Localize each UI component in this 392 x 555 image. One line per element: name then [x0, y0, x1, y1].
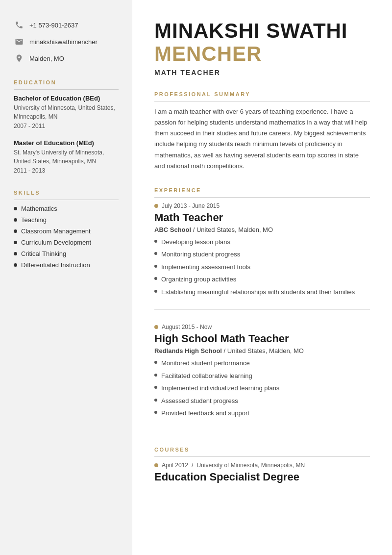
exp-role-2: High School Math Teacher [154, 332, 370, 345]
exp-bullets-2: Monitored student performance Facilitate… [154, 358, 370, 418]
phone-item: +1 573-901-2637 [14, 20, 119, 30]
sidebar: +1 573-901-2637 minakshiswathimencher Ma… [0, 0, 132, 555]
name-last: MENCHER [154, 42, 370, 66]
course-dot-1 [154, 463, 158, 467]
phone-icon [14, 20, 24, 30]
skill-bullet-4 [14, 241, 17, 244]
course-date-line-1: April 2012 / University of Minnesota, Mi… [154, 462, 370, 469]
edu-year-2: 2011 - 2013 [14, 167, 119, 174]
exp-bullet-1-1: Developing lesson plans [154, 237, 370, 247]
summary-section: Professional Summary I am a math teacher… [154, 91, 370, 172]
experience-title: Experience [154, 187, 370, 198]
skill-item-2: Teaching [14, 216, 119, 224]
course-location-1: University of Minnesota, Minneapolis, MN [196, 462, 305, 469]
exp-company-name-1: ABC School [154, 226, 191, 233]
edu-year-1: 2007 - 2011 [14, 123, 119, 129]
skill-bullet-1 [14, 207, 17, 210]
exp-location-2: United States, Malden, MO [227, 347, 304, 354]
job-title: MATH TEACHER [154, 69, 370, 76]
exp-bullet-2-3: Implemented individualized learning plan… [154, 383, 370, 393]
location-text: Malden, MO [29, 55, 64, 62]
exp-company-name-2: Redlands High School [154, 347, 222, 354]
summary-title: Professional Summary [154, 91, 370, 101]
skill-item-4: Curriculum Development [14, 239, 119, 246]
courses-title: Courses [154, 447, 370, 457]
exp-date-dot-2 [154, 325, 158, 329]
skills-title: Skills [14, 190, 119, 200]
location-icon [14, 53, 24, 64]
experience-section: Experience July 2013 - June 2015 Math Te… [154, 187, 370, 431]
exp-bullet-2-1: Monitored student performance [154, 358, 370, 368]
exp-bullet-1-2: Monitoring student progress [154, 250, 370, 259]
exp-bullet-1-3: Implementing assessment tools [154, 262, 370, 272]
skill-bullet-6 [14, 263, 17, 267]
exp-date-2: August 2015 - Now [154, 324, 370, 330]
email-text: minakshiswathimencher [29, 38, 98, 46]
education-section: Education Bachelor of Education (BEd) Un… [14, 79, 119, 174]
email-item: minakshiswathimencher [14, 36, 119, 47]
exp-date-1: July 2013 - June 2015 [154, 202, 370, 209]
edu-degree-1: Bachelor of Education (BEd) [14, 95, 119, 102]
exp-bullet-2-4: Assessed student progress [154, 396, 370, 406]
edu-school-1: University of Minnesota, United States, … [14, 103, 119, 121]
exp-date-dot-1 [154, 204, 158, 208]
edu-item-1: Bachelor of Education (BEd) University o… [14, 95, 119, 129]
name-section: MINAKSHI SWATHI MENCHER MATH TEACHER [154, 20, 370, 76]
exp-item-2: August 2015 - Now High School Math Teach… [154, 324, 370, 431]
skill-bullet-5 [14, 252, 17, 255]
skill-item-5: Critical Thinking [14, 250, 119, 257]
name-first: MINAKSHI SWATHI [154, 20, 370, 42]
exp-item-1: July 2013 - June 2015 Math Teacher ABC S… [154, 202, 370, 310]
edu-degree-2: Master of Education (MEd) [14, 139, 119, 147]
education-title: Education [14, 79, 119, 90]
summary-text: I am a math teacher with over 6 years of… [154, 106, 370, 172]
exp-bullets-1: Developing lesson plans Monitoring stude… [154, 237, 370, 297]
skill-item-3: Classroom Management [14, 227, 119, 235]
phone-text: +1 573-901-2637 [29, 22, 78, 29]
exp-role-1: Math Teacher [154, 211, 370, 224]
skill-item-1: Mathematics [14, 205, 119, 212]
contact-section: +1 573-901-2637 minakshiswathimencher Ma… [14, 20, 119, 64]
skill-bullet-2 [14, 218, 17, 222]
skill-bullet-3 [14, 229, 17, 233]
skills-list: Mathematics Teaching Classroom Managemen… [14, 205, 119, 269]
skill-item-6: Differentiated Instruction [14, 261, 119, 269]
location-item: Malden, MO [14, 53, 119, 64]
course-item-1: April 2012 / University of Minnesota, Mi… [154, 462, 370, 483]
exp-bullet-1-5: Establishing meaningful relationships wi… [154, 287, 370, 297]
edu-item-2: Master of Education (MEd) St. Mary's Uni… [14, 139, 119, 174]
resume-container: +1 573-901-2637 minakshiswathimencher Ma… [0, 0, 392, 555]
edu-school-2: St. Mary's University of Minnesota, Unit… [14, 148, 119, 166]
exp-bullet-2-5: Provided feedback and support [154, 408, 370, 418]
exp-bullet-2-2: Facilitated collaborative learning [154, 371, 370, 381]
exp-company-2: Redlands High School / United States, Ma… [154, 347, 370, 354]
email-icon [14, 36, 24, 47]
exp-company-1: ABC School / United States, Malden, MO [154, 226, 370, 233]
courses-section: Courses April 2012 / University of Minne… [154, 447, 370, 483]
skills-section: Skills Mathematics Teaching Classroom Ma… [14, 190, 119, 269]
exp-location-1: United States, Malden, MO [196, 226, 273, 233]
course-title-1: Education Specialist Degree [154, 471, 370, 483]
course-date-1: April 2012 [162, 462, 188, 469]
exp-bullet-1-4: Organizing group activities [154, 275, 370, 284]
main-content: MINAKSHI SWATHI MENCHER MATH TEACHER Pro… [132, 0, 392, 555]
